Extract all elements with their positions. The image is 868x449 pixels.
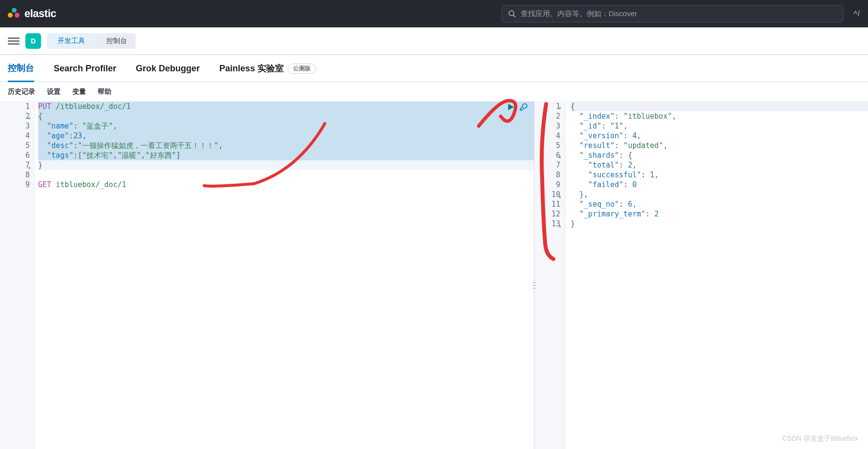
request-editor[interactable]: 12▼34567▲89 PUT /itbluebox/_doc/1{ "name… [0, 102, 534, 449]
nav-toggle-button[interactable] [8, 38, 20, 44]
space-selector[interactable]: D [25, 33, 41, 49]
response-viewer[interactable]: 1▼23456▼78910▲111213▲ { "_index": "itblu… [534, 102, 868, 449]
svg-point-5 [535, 285, 536, 286]
breadcrumb: 开发工具 控制台 [47, 33, 136, 49]
svg-point-6 [533, 288, 534, 289]
svg-point-4 [533, 285, 534, 286]
brand-name: elastic [24, 7, 56, 20]
svg-point-2 [533, 282, 534, 283]
svg-line-1 [513, 15, 515, 17]
request-actions [507, 103, 528, 111]
request-gutter: 12▼34567▲89 [0, 102, 35, 449]
response-code: { "_index": "itbluebox", "_id": "1", "_v… [566, 102, 868, 449]
sub-header: D 开发工具 控制台 [0, 27, 868, 55]
tab-console[interactable]: 控制台 [8, 55, 34, 82]
svg-point-0 [509, 11, 514, 16]
settings-button[interactable]: 设置 [47, 87, 61, 96]
breadcrumb-console[interactable]: 控制台 [94, 33, 136, 49]
response-gutter: 1▼23456▼78910▲111213▲ [534, 102, 566, 449]
breadcrumb-dev-tools[interactable]: 开发工具 [47, 33, 94, 49]
keyboard-shortcut-hint: ^/ [853, 10, 860, 18]
brand-logo[interactable]: elastic [8, 7, 56, 20]
pane-resizer[interactable] [530, 276, 538, 295]
svg-point-7 [535, 288, 536, 289]
console-main: 12▼34567▲89 PUT /itbluebox/_doc/1{ "name… [0, 102, 868, 449]
search-icon [508, 10, 516, 18]
tab-painless-lab[interactable]: Painless 实验室 公测版 [219, 55, 316, 82]
request-code[interactable]: PUT /itbluebox/_doc/1{ "name": "蓝盒子", "a… [35, 102, 534, 449]
global-header: elastic 查找应用、内容等。例如：Discover ^/ [0, 0, 868, 27]
variables-button[interactable]: 变量 [72, 87, 86, 96]
watermark: CSDN @蓝盒子itbluebox [782, 434, 858, 443]
history-button[interactable]: 历史记录 [8, 87, 35, 96]
play-icon[interactable] [507, 103, 515, 111]
global-search-input[interactable]: 查找应用、内容等。例如：Discover [502, 5, 844, 22]
beta-badge: 公测版 [288, 64, 316, 74]
tab-grok-debugger[interactable]: Grok Debugger [136, 55, 200, 82]
console-toolbelt: 历史记录 设置 变量 帮助 [0, 82, 868, 102]
tab-search-profiler[interactable]: Search Profiler [54, 55, 116, 82]
help-button[interactable]: 帮助 [98, 87, 111, 96]
elastic-logo-icon [8, 8, 20, 20]
dev-tools-tabs: 控制台 Search Profiler Grok Debugger Painle… [0, 55, 868, 82]
search-placeholder: 查找应用、内容等。例如：Discover [521, 9, 637, 19]
svg-point-3 [535, 282, 536, 283]
wrench-icon[interactable] [519, 103, 528, 111]
